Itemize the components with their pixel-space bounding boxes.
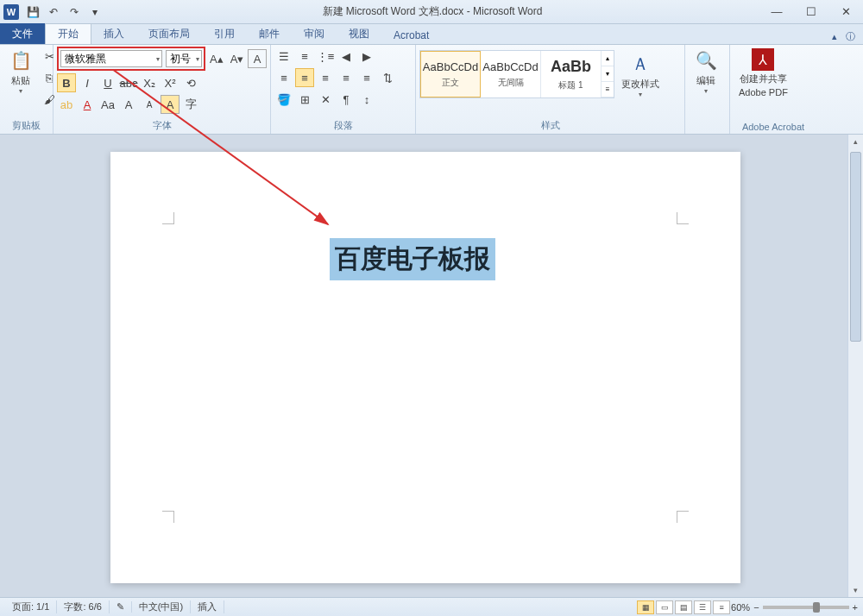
status-insert-mode[interactable]: 插入 xyxy=(191,600,224,613)
qat-undo-button[interactable]: ↶ xyxy=(45,3,62,21)
superscript-button[interactable]: X² xyxy=(161,73,180,92)
style-normal[interactable]: AaBbCcDd 正文 xyxy=(420,51,481,97)
zoom-slider-knob[interactable] xyxy=(813,602,820,613)
create-share-pdf-button[interactable]: ⅄ 创建并共享 Adobe PDF xyxy=(734,47,793,120)
document-selected-text[interactable]: 百度电子板报 xyxy=(330,238,495,280)
tab-review[interactable]: 审阅 xyxy=(292,24,337,44)
font-color-button[interactable]: A xyxy=(78,95,97,114)
scroll-up-button[interactable]: ▴ xyxy=(848,135,863,148)
asian-layout-button[interactable]: ↕ xyxy=(357,90,376,109)
maximize-button[interactable]: ☐ xyxy=(794,0,828,24)
character-border-button[interactable]: 字 xyxy=(181,95,200,114)
tab-insert[interactable]: 插入 xyxy=(91,24,136,44)
ribbon: 📋 粘贴 ▾ ✂ ⎘ 🖌 剪贴板 微软雅黑 ▾ 初号 xyxy=(0,45,863,135)
clipboard-group-label: 剪贴板 xyxy=(3,117,49,134)
highlight-color-button[interactable]: ab xyxy=(57,95,76,114)
increase-indent-button[interactable]: ▶ xyxy=(357,47,376,66)
help-button[interactable]: ⓘ xyxy=(842,28,858,44)
align-right-button[interactable]: ≡ xyxy=(316,68,335,87)
minimize-button[interactable]: — xyxy=(759,0,794,24)
sort-button[interactable]: ✕ xyxy=(316,90,335,109)
show-marks-button[interactable]: ¶ xyxy=(337,90,356,109)
paste-label: 粘贴 xyxy=(11,74,30,87)
align-left-button[interactable]: ≡ xyxy=(274,68,293,87)
vertical-scrollbar[interactable]: ▴ ▾ xyxy=(847,135,863,597)
style-scroll-down[interactable]: ▾ xyxy=(602,66,614,82)
shading-button[interactable]: 🪣 xyxy=(274,90,293,109)
title-bar: W 💾 ↶ ↷ ▾ 新建 Microsoft Word 文档.docx - Mi… xyxy=(0,0,863,24)
qat-customize-dropdown[interactable]: ▾ xyxy=(86,3,104,21)
status-language[interactable]: 中文(中国) xyxy=(132,600,191,613)
style-expand[interactable]: ≡ xyxy=(602,82,614,97)
style-no-spacing[interactable]: AaBbCcDd 无间隔 xyxy=(481,51,541,97)
italic-button[interactable]: I xyxy=(78,73,97,92)
view-full-screen-button[interactable]: ▭ xyxy=(656,600,673,614)
change-styles-button[interactable]: Ａ 更改样式 ▾ xyxy=(616,50,665,100)
change-case-button[interactable]: Aa xyxy=(98,95,117,114)
margin-mark-icon xyxy=(677,212,689,224)
view-outline-button[interactable]: ☰ xyxy=(694,600,711,614)
tab-view[interactable]: 视图 xyxy=(337,24,381,44)
grow-font-button[interactable]: A▴ xyxy=(207,49,226,68)
bold-button[interactable]: B xyxy=(57,73,76,92)
zoom-out-button[interactable]: − xyxy=(753,602,759,613)
tab-file[interactable]: 文件 xyxy=(0,23,45,44)
underline-button[interactable]: U xyxy=(98,73,117,92)
zoom-slider[interactable] xyxy=(763,606,849,609)
decrease-indent-button[interactable]: ◀ xyxy=(337,47,356,66)
shrink-font-button[interactable]: A▾ xyxy=(228,49,247,68)
zoom-level[interactable]: 60% xyxy=(731,602,750,613)
style-scroll-up[interactable]: ▴ xyxy=(602,51,614,66)
tab-acrobat[interactable]: Acrobat xyxy=(381,27,441,44)
qat-save-button[interactable]: 💾 xyxy=(24,3,41,21)
status-proofing-icon[interactable]: ✎ xyxy=(110,601,132,613)
scroll-down-button[interactable]: ▾ xyxy=(848,583,863,597)
scroll-thumb[interactable] xyxy=(850,152,861,342)
paste-dropdown-icon: ▾ xyxy=(19,87,22,95)
numbering-button[interactable]: ≡ xyxy=(295,47,314,66)
strikethrough-button[interactable]: abc xyxy=(119,73,138,92)
phonetic-guide-button[interactable]: A xyxy=(161,95,180,114)
multilevel-list-button[interactable]: ⋮≡ xyxy=(316,47,335,66)
bullets-button[interactable]: ☰ xyxy=(274,47,293,66)
ribbon-minimize-button[interactable]: ▴ xyxy=(827,28,842,44)
find-icon: 🔍 xyxy=(694,48,718,72)
tab-mailings[interactable]: 邮件 xyxy=(247,24,292,44)
close-button[interactable]: ✕ xyxy=(828,0,863,24)
paste-button[interactable]: 📋 粘贴 ▾ xyxy=(3,47,38,117)
grow-font-alt-button[interactable]: A xyxy=(119,95,138,114)
adobe-pdf-icon: ⅄ xyxy=(752,48,774,71)
editing-button[interactable]: 🔍 编辑 ▾ xyxy=(689,47,723,130)
tab-page-layout[interactable]: 页面布局 xyxy=(136,24,202,44)
subscript-button[interactable]: X₂ xyxy=(140,73,159,92)
zoom-in-button[interactable]: + xyxy=(853,602,858,613)
tab-home[interactable]: 开始 xyxy=(45,23,91,44)
shrink-font-alt-button[interactable]: A xyxy=(140,95,159,114)
font-name-combo[interactable]: 微软雅黑 ▾ xyxy=(60,50,162,67)
text-effects-button[interactable]: ⟲ xyxy=(181,73,200,92)
style-heading1[interactable]: AaBb 标题 1 xyxy=(541,51,602,97)
status-word-count[interactable]: 字数: 6/6 xyxy=(57,600,109,613)
view-draft-button[interactable]: ≡ xyxy=(713,600,730,614)
change-styles-label: 更改样式 xyxy=(621,78,659,91)
justify-button[interactable]: ≡ xyxy=(337,68,356,87)
font-size-combo[interactable]: 初号 ▾ xyxy=(166,50,202,67)
editing-group-label xyxy=(689,130,726,134)
tab-references[interactable]: 引用 xyxy=(202,24,247,44)
align-center-button[interactable]: ≡ xyxy=(295,68,314,87)
group-acrobat: ⅄ 创建并共享 Adobe PDF Adobe Acrobat xyxy=(730,45,816,134)
word-app-icon: W xyxy=(3,4,19,20)
ribbon-tabs: 文件 开始 插入 页面布局 引用 邮件 审阅 视图 Acrobat ▴ ⓘ xyxy=(0,24,863,45)
acrobat-group-label: Adobe Acrobat xyxy=(734,120,813,134)
chevron-down-icon: ▾ xyxy=(196,55,199,63)
distributed-button[interactable]: ≡ xyxy=(357,68,376,87)
style-preview-text: AaBb xyxy=(551,58,591,76)
qat-redo-button[interactable]: ↷ xyxy=(66,3,83,21)
line-spacing-button[interactable]: ⇅ xyxy=(378,68,397,87)
status-page[interactable]: 页面: 1/1 xyxy=(5,600,57,613)
page[interactable]: 百度电子板报 xyxy=(110,152,740,583)
view-print-layout-button[interactable]: ▦ xyxy=(637,600,654,614)
borders-button[interactable]: ⊞ xyxy=(295,90,314,109)
view-web-layout-button[interactable]: ▤ xyxy=(675,600,692,614)
clear-formatting-button[interactable]: A xyxy=(248,49,267,68)
